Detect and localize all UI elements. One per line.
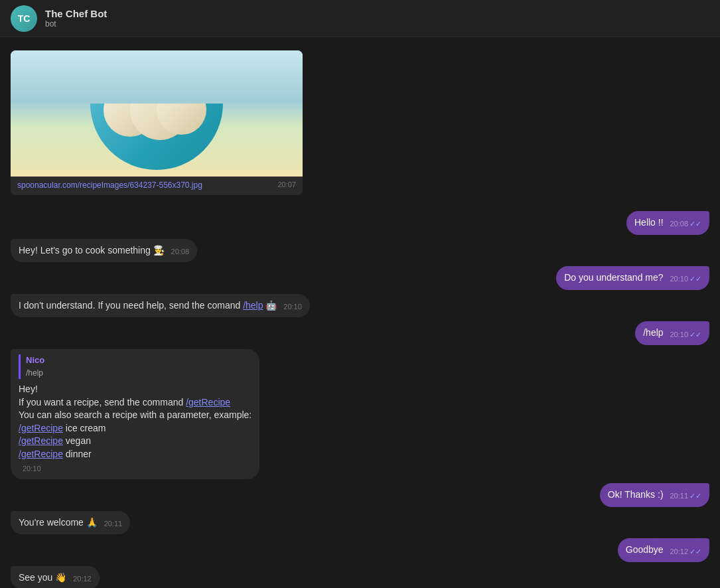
list-item: Ok! Thanks :) 20:11✓✓ — [220, 483, 709, 507]
list-item: See you 👋 20:12 — [11, 566, 500, 588]
image-link-row: 20:07 spoonacular.com/recipeImages/63423… — [11, 177, 303, 195]
list-item: I don't understand. If you need help, se… — [11, 294, 500, 318]
recipe-image — [11, 50, 303, 177]
image-message-bubble: 20:07 spoonacular.com/recipeImages/63423… — [11, 50, 303, 195]
list-item: Hello !! 20:08✓✓ — [220, 211, 709, 235]
help-link[interactable]: /help — [243, 300, 263, 311]
list-item: Nico /help Hey! If you want a recipe, se… — [11, 349, 430, 479]
getrecipe-link-1[interactable]: /getRecipe — [186, 397, 230, 407]
user-bubble: Ok! Thanks :) 20:11✓✓ — [600, 483, 709, 507]
list-item: You're welcome 🙏 20:11 — [11, 511, 500, 535]
user-bubble: Goodbye 20:12✓✓ — [618, 538, 709, 562]
getrecipe-link-3[interactable]: /getRecipe — [19, 435, 63, 446]
list-item: Hey! Let's go to cook something 👨‍🍳 20:0… — [11, 239, 500, 263]
list-item: Do you understand me? 20:10✓✓ — [220, 266, 709, 290]
list-item: Goodbye 20:12✓✓ — [220, 538, 709, 562]
getrecipe-link-2[interactable]: /getRecipe — [19, 423, 63, 433]
help-response-body: Hey! If you want a recipe, send the comm… — [19, 383, 252, 461]
messages-list: 20:07 spoonacular.com/recipeImages/63423… — [0, 50, 720, 588]
chat-header: TC The Chef Bot bot — [0, 0, 720, 37]
bot-bubble: See you 👋 20:12 — [11, 566, 100, 588]
bot-bubble: Nico /help Hey! If you want a recipe, se… — [11, 349, 259, 479]
reply-quote: Nico /help — [19, 354, 252, 379]
user-bubble: /help 20:10✓✓ — [635, 321, 709, 345]
bot-bubble: I don't understand. If you need help, se… — [11, 294, 310, 318]
getrecipe-link-4[interactable]: /getRecipe — [19, 449, 63, 459]
bot-status: bot — [45, 19, 107, 29]
bot-bubble: Hey! Let's go to cook something 👨‍🍳 20:0… — [11, 239, 197, 263]
list-item: /help 20:10✓✓ — [220, 321, 709, 345]
chat-area[interactable]: 20:07 spoonacular.com/recipeImages/63423… — [0, 37, 720, 588]
header-info: The Chef Bot bot — [45, 8, 107, 29]
user-bubble: Do you understand me? 20:10✓✓ — [556, 266, 709, 290]
bot-bubble: You're welcome 🙏 20:11 — [11, 511, 130, 535]
list-item: 20:07 spoonacular.com/recipeImages/63423… — [11, 50, 500, 195]
bot-name: The Chef Bot — [45, 8, 107, 19]
avatar: TC — [11, 5, 37, 32]
image-url-link[interactable]: spoonacular.com/recipeImages/634237-556x… — [17, 181, 202, 190]
user-bubble: Hello !! 20:08✓✓ — [626, 211, 709, 235]
